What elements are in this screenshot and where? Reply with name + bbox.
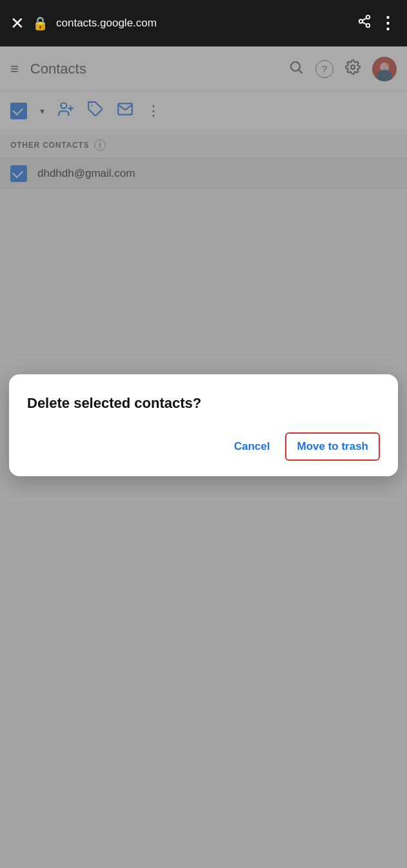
more-options-icon[interactable]: ⋮ [379,14,397,34]
cancel-button[interactable]: Cancel [224,434,281,459]
close-icon[interactable]: ✕ [10,14,25,34]
browser-bar: ✕ 🔒 contacts.google.com ⋮ [0,0,407,46]
dialog-title: Delete selected contacts? [27,395,380,412]
move-to-trash-button[interactable]: Move to trash [285,432,380,461]
dialog-actions: Cancel Move to trash [27,432,380,461]
svg-line-3 [362,22,366,25]
svg-line-4 [362,18,366,21]
delete-contacts-dialog: Delete selected contacts? Cancel Move to… [9,374,398,476]
share-icon[interactable] [357,14,372,32]
lock-icon: 🔒 [32,15,48,31]
url-bar[interactable]: contacts.google.com [56,17,350,30]
